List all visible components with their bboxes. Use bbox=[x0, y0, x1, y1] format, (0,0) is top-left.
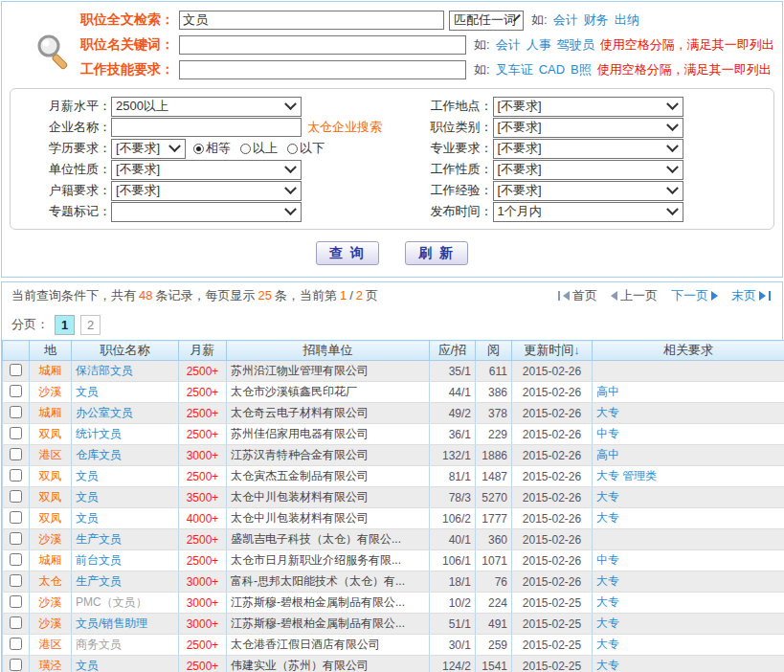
unit-type-select[interactable]: [不要求] bbox=[111, 160, 302, 180]
requirements-cell: 大专 管理类 bbox=[593, 466, 784, 487]
date-cell: 2015-02-26 bbox=[512, 445, 593, 466]
first-page-link[interactable]: 首页 bbox=[558, 282, 597, 309]
chevron-down-icon bbox=[284, 203, 297, 215]
row-checkbox[interactable] bbox=[10, 638, 22, 650]
next-page-link[interactable]: 下一页 bbox=[671, 282, 718, 309]
area-cell: 双凤 bbox=[30, 424, 72, 445]
example-link[interactable]: 出纳 bbox=[615, 12, 639, 27]
filter-major-row: 专业要求： [不要求] bbox=[392, 138, 774, 159]
major-select[interactable]: [不要求] bbox=[493, 139, 683, 159]
page-button-1[interactable]: 1 bbox=[55, 315, 75, 335]
row-checkbox[interactable] bbox=[10, 427, 22, 439]
salary-cell: 2500+ bbox=[179, 656, 227, 672]
salary-select[interactable]: 2500以上 bbox=[111, 97, 302, 117]
sort-desc-icon: ↓ bbox=[573, 343, 580, 357]
ratio-cell: 40/1 bbox=[430, 529, 476, 550]
radio-below[interactable]: 以下 bbox=[287, 140, 325, 157]
views-cell: 5270 bbox=[476, 487, 512, 508]
row-checkbox[interactable] bbox=[10, 469, 22, 482]
example-link[interactable]: 叉车证 bbox=[496, 62, 533, 77]
radio-above[interactable]: 以上 bbox=[240, 140, 278, 157]
job-title-link[interactable]: 文员 bbox=[76, 385, 99, 398]
filter-topic-row: 专题标记： bbox=[11, 201, 392, 222]
company-column-header: 招聘单位 bbox=[227, 341, 430, 361]
keyword-search-input[interactable] bbox=[179, 35, 466, 55]
job-title-link[interactable]: 文员 bbox=[76, 659, 99, 672]
update-time-column-header[interactable]: 更新时间↓ bbox=[512, 341, 593, 361]
education-select[interactable]: [不要求] bbox=[111, 139, 186, 159]
job-title-link[interactable]: 前台文员 bbox=[76, 553, 122, 567]
select-cell bbox=[3, 571, 30, 593]
salary-cell: 2500+ bbox=[179, 424, 227, 445]
title-cell: 文员 bbox=[72, 487, 179, 508]
example-link[interactable]: 会计 bbox=[553, 12, 578, 27]
example-link[interactable]: CAD bbox=[539, 62, 565, 77]
example-link[interactable]: 驾驶员 bbox=[557, 37, 594, 52]
select-cell bbox=[3, 656, 30, 672]
example-link[interactable]: 财务 bbox=[584, 12, 609, 27]
job-title-link[interactable]: 文员 bbox=[76, 511, 99, 525]
fulltext-search-input[interactable] bbox=[179, 11, 444, 30]
job-title-link[interactable]: 生产文员 bbox=[76, 532, 122, 546]
ratio-cell: 124/2 bbox=[430, 656, 476, 672]
example-link[interactable]: 人事 bbox=[526, 37, 551, 52]
views-cell: 1886 bbox=[476, 445, 512, 466]
row-checkbox[interactable] bbox=[10, 532, 22, 545]
row-checkbox[interactable] bbox=[10, 490, 22, 503]
separator-note: 使用空格分隔，满足其一即列出 bbox=[600, 37, 774, 52]
row-checkbox[interactable] bbox=[10, 616, 22, 629]
job-title-link[interactable]: 保洁部文员 bbox=[76, 364, 133, 377]
area-cell: 沙溪 bbox=[30, 382, 72, 403]
pages-label: 分页： bbox=[11, 316, 49, 333]
table-row: 沙溪 生产文员 2500+ 盛凯吉电子科技（太仓）有限公... 40/1 360… bbox=[3, 529, 784, 550]
job-title-link[interactable]: 仓库文员 bbox=[76, 448, 122, 461]
row-checkbox[interactable] bbox=[10, 595, 22, 608]
example-link[interactable]: B照 bbox=[571, 62, 592, 77]
job-title-link[interactable]: 文员/销售助理 bbox=[76, 616, 147, 630]
skill-search-label: 工作技能要求： bbox=[2, 61, 174, 78]
job-title-link[interactable]: 文员 bbox=[76, 490, 99, 504]
row-checkbox[interactable] bbox=[10, 574, 22, 587]
row-checkbox[interactable] bbox=[10, 406, 22, 418]
category-select[interactable]: [不要求] bbox=[493, 118, 683, 138]
publish-time-select[interactable]: 1个月内 bbox=[493, 202, 683, 222]
row-checkbox[interactable] bbox=[10, 659, 22, 671]
job-nature-select[interactable]: [不要求] bbox=[493, 160, 683, 180]
job-title-link[interactable]: 办公室文员 bbox=[76, 406, 133, 419]
prev-page-link[interactable]: 上一页 bbox=[611, 282, 658, 309]
row-checkbox[interactable] bbox=[10, 364, 22, 376]
date-cell: 2015-02-26 bbox=[512, 466, 593, 487]
job-title-link[interactable]: PMC（文员） bbox=[76, 595, 147, 609]
example-link[interactable]: 会计 bbox=[496, 37, 521, 52]
job-title-link[interactable]: 文员 bbox=[76, 469, 99, 482]
row-checkbox[interactable] bbox=[10, 448, 22, 460]
row-checkbox[interactable] bbox=[10, 553, 22, 566]
topic-select[interactable] bbox=[111, 202, 302, 222]
select-cell bbox=[3, 593, 30, 614]
job-title-link[interactable]: 统计文员 bbox=[76, 427, 122, 440]
salary-column-header: 月薪 bbox=[179, 341, 227, 361]
taicang-company-search-link[interactable]: 太仓企业搜索 bbox=[307, 119, 382, 136]
filter-publish-time-row: 发布时间： 1个月内 bbox=[392, 201, 774, 222]
company-name-input[interactable] bbox=[111, 118, 302, 137]
job-title-link[interactable]: 商务文员 bbox=[76, 638, 122, 651]
ratio-cell: 81/1 bbox=[430, 466, 476, 487]
row-checkbox[interactable] bbox=[10, 385, 22, 397]
radio-equal[interactable]: 相等 bbox=[193, 140, 231, 157]
row-checkbox[interactable] bbox=[10, 511, 22, 524]
location-select[interactable]: [不要求] bbox=[493, 97, 683, 117]
household-select[interactable]: [不要求] bbox=[111, 181, 302, 201]
job-title-link[interactable]: 生产文员 bbox=[76, 574, 122, 588]
chevron-down-icon bbox=[666, 140, 679, 152]
skill-search-input[interactable] bbox=[179, 60, 466, 79]
refresh-button[interactable]: 刷 新 bbox=[405, 241, 468, 265]
query-button[interactable]: 查 询 bbox=[316, 241, 379, 265]
education-filter-label: 学历要求： bbox=[11, 140, 111, 157]
salary-cell: 3500+ bbox=[179, 487, 227, 508]
views-cell: 491 bbox=[476, 614, 512, 635]
page-button-2[interactable]: 2 bbox=[80, 315, 101, 335]
last-page-link[interactable]: 末页 bbox=[731, 282, 771, 309]
match-mode-select[interactable]: 匹配任一词 bbox=[449, 11, 524, 31]
experience-select[interactable]: [不要求] bbox=[493, 181, 683, 201]
job-search-page: 职位全文检索： 匹配任一词 如:会计财务出纳 职位名关键词： 如:会计人事驾驶员… bbox=[0, 0, 784, 672]
